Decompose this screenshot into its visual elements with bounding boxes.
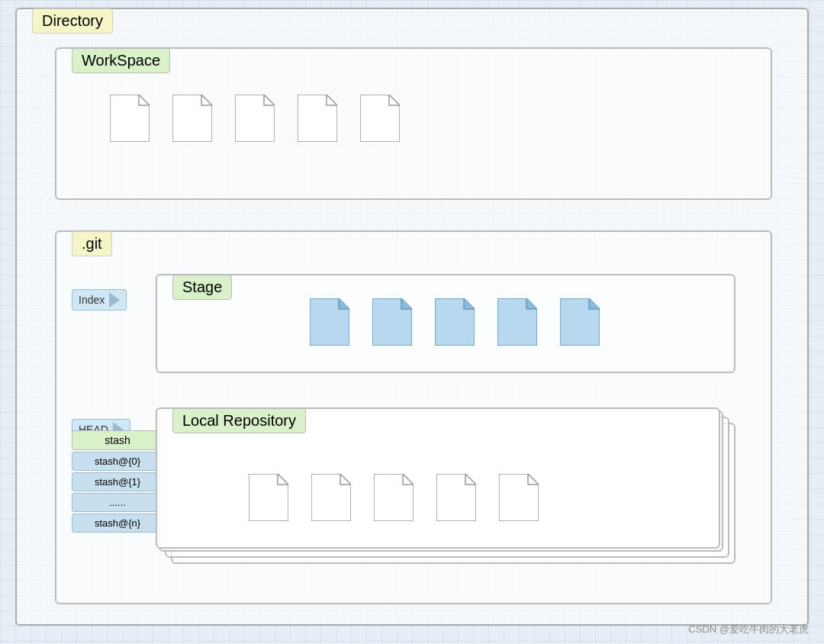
- svg-marker-11: [311, 474, 351, 521]
- workspace-files: [110, 95, 400, 142]
- workspace-label: WorkSpace: [72, 48, 170, 73]
- index-arrow: Index: [72, 289, 127, 311]
- svg-marker-2: [235, 95, 275, 142]
- svg-marker-12: [374, 474, 414, 521]
- directory-label: Directory: [32, 8, 113, 34]
- local-repo-files: [249, 474, 539, 521]
- workspace-file-1: [110, 95, 150, 142]
- workspace-container: WorkSpace: [55, 47, 772, 200]
- workspace-file-3: [235, 95, 275, 142]
- stage-file-5: [560, 298, 600, 346]
- git-label: .git: [72, 231, 112, 256]
- watermark: CSDN @爱吃牛肉的大老虎: [688, 623, 809, 636]
- stash-item-1: stash@{1}: [72, 472, 163, 491]
- local-file-3: [374, 474, 414, 521]
- svg-marker-13: [436, 474, 476, 521]
- local-repo-stack: Local Repository: [156, 407, 735, 568]
- stage-label: Stage: [172, 275, 232, 300]
- stash-item-0: stash@{0}: [72, 452, 163, 471]
- local-file-4: [436, 474, 476, 521]
- stage-container: Stage: [156, 274, 735, 373]
- stash-container: stash stash@{0} stash@{1} ...... stash@{…: [72, 430, 163, 534]
- stage-file-2: [372, 298, 412, 346]
- git-container: .git Index Stage: [55, 230, 772, 604]
- local-repo-label: Local Repository: [172, 408, 306, 433]
- local-repo-card-front: Local Repository: [156, 407, 720, 549]
- directory-container: Directory WorkSpace: [15, 8, 809, 626]
- svg-marker-10: [249, 474, 288, 521]
- svg-marker-14: [499, 474, 539, 521]
- local-file-1: [249, 474, 288, 521]
- stage-file-3: [435, 298, 475, 346]
- workspace-file-5: [360, 95, 400, 142]
- svg-marker-4: [360, 95, 400, 142]
- stage-files: [310, 298, 600, 346]
- svg-marker-1: [172, 95, 212, 142]
- local-file-5: [499, 474, 539, 521]
- local-file-2: [311, 474, 351, 521]
- svg-marker-0: [110, 95, 150, 142]
- workspace-file-4: [298, 95, 337, 142]
- stash-item-ellipsis: ......: [72, 493, 163, 512]
- workspace-file-2: [172, 95, 212, 142]
- svg-marker-3: [298, 95, 337, 142]
- stash-item-n: stash@{n}: [72, 514, 163, 533]
- stage-file-4: [497, 298, 537, 346]
- index-arrow-box: Index: [72, 289, 127, 311]
- stage-file-1: [310, 298, 349, 346]
- stash-header: stash: [72, 430, 163, 450]
